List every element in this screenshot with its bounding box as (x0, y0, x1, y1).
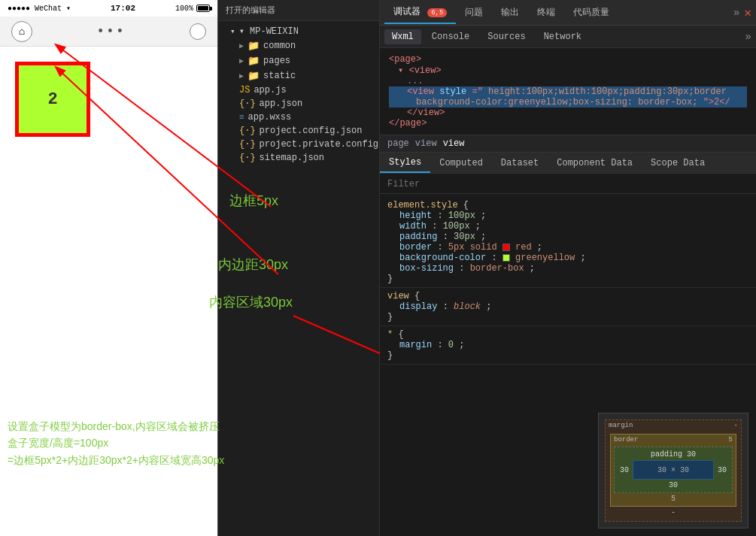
file-appwxss[interactable]: ≡ app.wxss (218, 111, 379, 124)
css-selector-element: element.style { (387, 200, 748, 210)
css-prop-height: height : 100px ; (387, 210, 748, 221)
style-tab-computed[interactable]: Computed (430, 153, 492, 173)
folder-pages-label: pages (263, 56, 290, 66)
css-prop-width: width : 100px ; (387, 221, 748, 232)
breadcrumb-page[interactable]: page (387, 138, 409, 149)
phone-status-bar: ●●●●● WeChat ▾ 17:02 100% (0, 0, 217, 17)
box-padding-middle: 30 30 × 30 30 (618, 460, 729, 480)
style-tab-componentdata-label: Component Data (557, 158, 633, 168)
html-line-ellipsis: ... (389, 76, 747, 86)
folder-pages[interactable]: ▶ 📁 pages (218, 53, 379, 68)
tab-codequality[interactable]: 代码质量 (564, 2, 618, 23)
box-margin-label: margin (609, 422, 633, 429)
folder-common[interactable]: ▶ 📁 common (218, 38, 379, 53)
filter-input[interactable] (387, 179, 748, 189)
wxml-tabs: Wxml Console Sources Network » (380, 26, 756, 48)
box-content-label: 30 × 30 (657, 466, 689, 474)
box-padding-top: padding 30 (618, 450, 729, 459)
file-projectprivate[interactable]: {·} project.private.config.js... (218, 138, 379, 151)
style-tab-dataset[interactable]: Dataset (492, 153, 548, 173)
debugger-badge: 6,5 (427, 8, 447, 17)
css-brace-close3: } (387, 350, 748, 361)
file-appjs[interactable]: JS app.js (218, 83, 379, 97)
tab-network-label: Network (544, 32, 581, 42)
phone-menu-dots[interactable]: ••• (96, 24, 125, 39)
folder-arrow: ▶ (239, 56, 244, 65)
css-prop-padding: padding : 30px ; (387, 232, 748, 242)
box-border-val: 5 (729, 436, 733, 444)
file-tree: ▾ ▾ MP-WEIXIN ▶ 📁 common ▶ 📁 pages ▶ 📁 s… (218, 21, 379, 536)
css-brace-close1: } (387, 274, 748, 284)
tab-sources[interactable]: Sources (480, 29, 533, 44)
tab-terminal[interactable]: 终端 (528, 2, 564, 23)
file-sitemap-label: sitemap.json (260, 153, 324, 163)
color-swatch-red (502, 244, 510, 251)
tab-sources-label: Sources (487, 32, 525, 42)
html-line-selected[interactable]: <view style =" height:100px;width:100px;… (389, 86, 747, 97)
box-padding-layer: padding 30 30 30 × 30 30 30 (614, 447, 733, 493)
phone-record-button[interactable] (190, 23, 206, 40)
tab-network[interactable]: Network (536, 29, 589, 44)
filter-bar (380, 174, 756, 194)
main-wrapper: ●●●●● WeChat ▾ 17:02 100% ⌂ ••• 2 (0, 0, 756, 536)
box-margin-layer: margin - border 5 padding 30 30 30 × 30 (605, 419, 742, 522)
json-icon: {·} (239, 153, 256, 163)
phone-nav-bar[interactable]: ⌂ ••• (0, 17, 217, 47)
box-margin-bottom: - (610, 508, 736, 516)
tab-console[interactable]: Console (424, 29, 477, 44)
css-brace-close2: } (387, 312, 748, 323)
folder-icon: 📁 (247, 40, 260, 52)
css-selector-star: * { (387, 329, 748, 340)
style-tab-styles-label: Styles (389, 157, 421, 168)
tab-debugger-label: 调试器 (393, 7, 421, 17)
folder-common-label: common (263, 41, 296, 51)
breadcrumb-view[interactable]: view (443, 138, 465, 149)
phone-time: 17:02 (111, 4, 135, 13)
file-projectconfig[interactable]: {·} project.config.json (218, 124, 379, 138)
folder-static-label: static (263, 71, 296, 81)
breadcrumb-bar: page view view (380, 135, 756, 153)
tab-issues-label: 问题 (465, 8, 483, 18)
devtools-close-icon[interactable]: ✕ (744, 5, 751, 20)
devtools-more-icon[interactable]: » (733, 7, 739, 19)
tab-debugger[interactable]: 调试器 6,5 (384, 1, 456, 24)
css-prop-display: display : block ; (387, 301, 748, 312)
folder-icon: 📁 (247, 70, 260, 82)
file-projectconfig-label: project.config.json (260, 126, 363, 136)
tab-issues[interactable]: 问题 (456, 2, 492, 23)
html-line-selected-cont[interactable]: background-color:greenyellow;box-sizing:… (389, 97, 747, 108)
style-tab-componentdata[interactable]: Component Data (548, 153, 642, 173)
style-tab-scopedata[interactable]: Scope Data (642, 153, 714, 173)
file-appjson[interactable]: {·} app.json (218, 97, 379, 111)
file-sitemap[interactable]: {·} sitemap.json (218, 151, 379, 165)
tab-terminal-label: 终端 (537, 8, 555, 18)
tab-output[interactable]: 输出 (492, 2, 528, 23)
tab-output-label: 输出 (501, 8, 519, 18)
css-block-element-style: element.style { height : 100px ; width :… (380, 197, 756, 288)
json-icon: {·} (239, 139, 256, 150)
box-margin-bottom-val: - (671, 508, 676, 516)
js-icon: JS (239, 85, 250, 95)
box-border-layer: border 5 padding 30 30 30 × 30 30 (610, 434, 736, 507)
file-appwxss-label: app.wxss (248, 112, 292, 123)
folder-static[interactable]: ▶ 📁 static (218, 68, 379, 83)
html-line-view-open: ▾ <view> (389, 65, 747, 76)
box-margin-dash: - (734, 422, 738, 429)
project-root[interactable]: ▾ ▾ MP-WEIXIN (218, 24, 379, 38)
folder-arrow: ▶ (239, 41, 244, 50)
html-line-page: <page> (389, 54, 747, 65)
tab-console-label: Console (432, 32, 469, 42)
style-tab-styles[interactable]: Styles (380, 153, 430, 173)
project-arrow: ▾ (230, 26, 235, 36)
phone-home-button[interactable]: ⌂ (11, 21, 32, 42)
html-inspector: <page> ▾ <view> ... <view style =" heigh… (380, 48, 756, 135)
css-block-view: view { display : block ; } (380, 288, 756, 326)
box-padding-left-val: 30 (618, 466, 631, 474)
css-block-star: * { margin : 0 ; } (380, 326, 756, 365)
tab-wxml[interactable]: Wxml (384, 29, 421, 44)
box-border-bottom: 5 (614, 495, 733, 503)
breadcrumb-sep1: view (415, 138, 437, 149)
file-panel-header: 打开的编辑器 (218, 0, 379, 21)
file-appjson-label: app.json (260, 98, 303, 109)
wxml-more-icon[interactable]: » (745, 31, 751, 43)
